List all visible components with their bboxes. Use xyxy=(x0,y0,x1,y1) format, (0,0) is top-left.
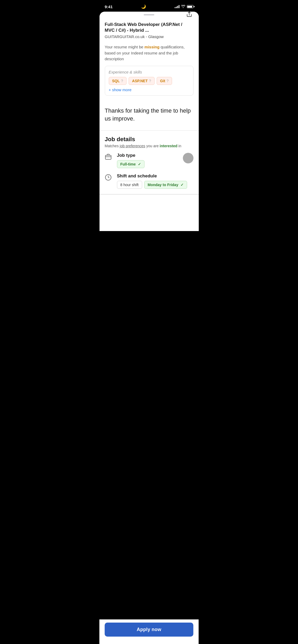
resume-warning-highlight: missing xyxy=(145,45,160,49)
wifi-icon xyxy=(181,4,185,9)
skill-name-aspnet: ASP.NET xyxy=(132,79,148,83)
bottom-spacer xyxy=(100,205,199,231)
matches-prefix: Matches xyxy=(105,144,120,148)
monday-friday-tag: Monday to Friday ✓ xyxy=(144,181,187,189)
skill-name-git: Git xyxy=(160,79,165,83)
thanks-text: Thanks for taking the time to help us im… xyxy=(105,107,193,123)
status-bar: 9:41 🌙 xyxy=(100,0,199,12)
shift-schedule-content: Shift and schedule 8 hour shift Monday t… xyxy=(117,173,193,189)
job-title: Full-Stack Web Developer (ASP.Net / MVC … xyxy=(105,22,193,33)
skill-question-git: ? xyxy=(166,79,169,83)
8hour-shift-tag: 8 hour shift xyxy=(117,181,142,189)
skill-tag-aspnet[interactable]: ASP.NET ? xyxy=(129,77,155,85)
matches-middle: you are xyxy=(145,144,160,148)
drag-handle[interactable] xyxy=(144,14,154,15)
job-type-content: Job type Full-time ✓ xyxy=(117,153,193,168)
briefcase-icon xyxy=(105,153,114,161)
bottom-sheet: Full-Stack Web Developer (ASP.Net / MVC … xyxy=(100,12,199,231)
job-preferences-link[interactable]: job preferences xyxy=(120,144,145,148)
interested-highlight: interested xyxy=(160,144,177,148)
resume-warning: Your resume might be missing qualificati… xyxy=(105,42,193,66)
skill-tag-sql[interactable]: SQL ? xyxy=(109,77,127,85)
svg-rect-1 xyxy=(105,155,111,159)
matches-text: Matches job preferences you are interest… xyxy=(105,144,193,148)
qualifications-section-partial xyxy=(100,194,199,205)
job-header-section: Full-Stack Web Developer (ASP.Net / MVC … xyxy=(100,18,199,130)
skills-tags: SQL ? ASP.NET ? Git ? xyxy=(109,77,189,85)
shift-schedule-row: Shift and schedule 8 hour shift Monday t… xyxy=(105,173,193,189)
monday-friday-check: ✓ xyxy=(180,183,184,187)
battery-icon xyxy=(187,5,193,8)
job-type-tags: Full-time ✓ xyxy=(117,160,193,168)
shift-tags: 8 hour shift Monday to Friday ✓ xyxy=(117,181,193,189)
skills-label: Experience & skills xyxy=(109,70,189,74)
skill-name-sql: SQL xyxy=(112,79,120,83)
matches-suffix: in xyxy=(177,144,181,148)
qualifications-title-partial xyxy=(105,200,193,205)
toggle-circle[interactable] xyxy=(183,153,193,163)
signal-icon xyxy=(175,5,179,8)
resume-warning-prefix: Your resume might be xyxy=(105,45,145,49)
show-more-link[interactable]: + show more xyxy=(109,88,132,92)
job-type-row: Job type Full-time ✓ xyxy=(105,153,193,168)
sheet-header xyxy=(100,12,199,18)
skills-section: Experience & skills SQL ? ASP.NET ? Git … xyxy=(105,66,193,96)
skill-tag-git[interactable]: Git ? xyxy=(157,77,172,85)
main-content: Full-Stack Web Developer (ASP.Net / MVC … xyxy=(100,18,199,231)
job-details-title: Job details xyxy=(105,136,193,143)
clock-icon xyxy=(105,174,114,182)
status-icons xyxy=(175,4,193,9)
job-details-section: Job details Matches job preferences you … xyxy=(100,131,199,189)
share-button[interactable] xyxy=(185,12,193,20)
skill-question-aspnet: ? xyxy=(149,79,151,83)
job-type-label: Job type xyxy=(117,153,193,158)
thanks-section: Thanks for taking the time to help us im… xyxy=(105,99,193,131)
status-time: 9:41 xyxy=(105,4,113,9)
fulltime-tag: Full-time ✓ xyxy=(117,160,145,168)
shift-schedule-label: Shift and schedule xyxy=(117,173,193,179)
job-title-section: Full-Stack Web Developer (ASP.Net / MVC … xyxy=(105,18,193,42)
skill-question-sql: ? xyxy=(121,79,123,83)
company-name: GUITARGUITAR.co.uk - Glasgow xyxy=(105,34,193,39)
fulltime-check: ✓ xyxy=(138,162,141,166)
moon-icon: 🌙 xyxy=(141,4,146,9)
